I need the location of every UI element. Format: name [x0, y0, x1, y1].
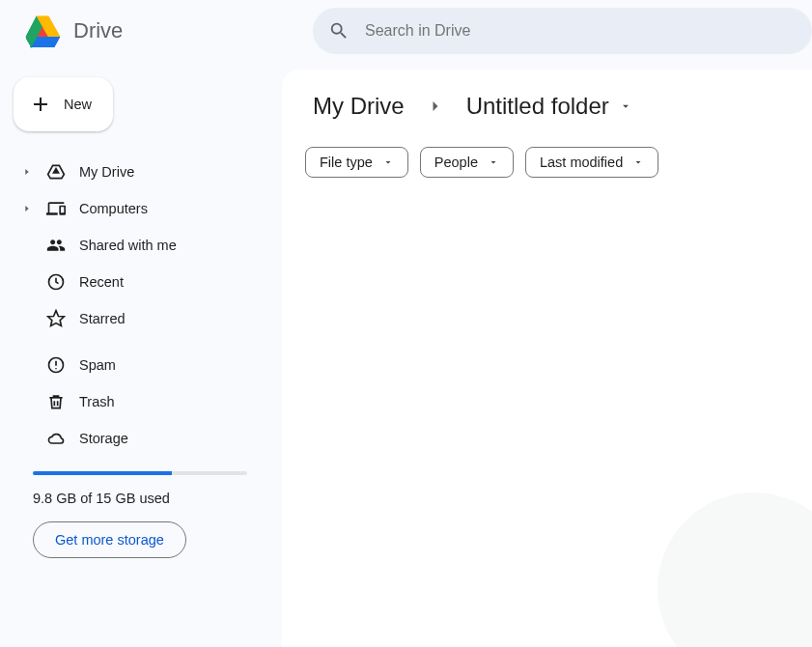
trash-icon: [44, 392, 68, 411]
sidebar-item-label: Storage: [79, 431, 128, 446]
dropdown-icon: [488, 156, 499, 168]
sidebar-item-storage[interactable]: Storage: [14, 421, 266, 456]
filter-label: File type: [320, 155, 373, 170]
star-icon: [44, 309, 68, 328]
filter-file-type[interactable]: File type: [305, 147, 408, 178]
sidebar-item-spam[interactable]: Spam: [14, 348, 266, 382]
filter-last-modified[interactable]: Last modified: [525, 147, 658, 178]
sidebar-item-recent[interactable]: Recent: [14, 265, 266, 299]
filter-chips: File type People Last modified: [305, 147, 789, 178]
svg-marker-15: [54, 169, 59, 173]
search-icon: [328, 20, 350, 42]
new-button[interactable]: New: [14, 77, 113, 131]
breadcrumb-current[interactable]: Untitled folder: [459, 89, 640, 124]
storage-fill: [33, 471, 172, 475]
my-drive-icon: [44, 162, 68, 182]
caret-right-icon: [21, 167, 33, 177]
sidebar-item-label: Computers: [79, 201, 148, 216]
sidebar-item-shared[interactable]: Shared with me: [14, 228, 266, 263]
sidebar-item-label: My Drive: [79, 164, 134, 180]
new-button-label: New: [64, 97, 92, 112]
sidebar-item-my-drive[interactable]: My Drive: [14, 155, 266, 189]
get-more-storage-button[interactable]: Get more storage: [33, 521, 186, 558]
cloud-icon: [44, 429, 68, 448]
drive-logo-icon: [23, 14, 62, 48]
breadcrumb-root-label: My Drive: [313, 93, 405, 120]
sidebar-item-label: Spam: [79, 357, 116, 373]
search-input[interactable]: [365, 22, 797, 40]
sidebar-item-label: Recent: [79, 274, 124, 290]
breadcrumb-root[interactable]: My Drive: [305, 89, 412, 124]
svg-point-20: [55, 368, 57, 370]
people-icon: [44, 236, 68, 255]
topbar: Drive: [0, 0, 812, 62]
sidebar-item-computers[interactable]: Computers: [14, 191, 266, 226]
sidebar-item-label: Starred: [79, 311, 126, 326]
storage-usage-text: 9.8 GB of 15 GB used: [33, 491, 247, 506]
filter-people[interactable]: People: [420, 147, 514, 178]
svg-marker-17: [48, 311, 65, 326]
plus-icon: [29, 93, 52, 116]
sidebar-item-trash[interactable]: Trash: [14, 384, 266, 419]
clock-icon: [44, 272, 68, 292]
main-content: My Drive Untitled folder File type: [282, 70, 812, 647]
dropdown-icon: [382, 156, 394, 168]
storage-section: 9.8 GB of 15 GB used Get more storage: [14, 471, 266, 558]
devices-icon: [44, 199, 68, 218]
storage-bar: [33, 471, 247, 475]
sidebar-item-label: Trash: [79, 394, 115, 409]
chevron-right-icon: [426, 97, 445, 116]
product-name: Drive: [73, 18, 123, 43]
filter-label: People: [434, 155, 478, 170]
search-bar[interactable]: [313, 8, 812, 54]
sidebar-nav: My Drive Computers Shared: [14, 155, 266, 456]
breadcrumb: My Drive Untitled folder: [305, 89, 789, 124]
dropdown-icon: [619, 99, 632, 113]
dropdown-icon: [632, 156, 644, 168]
sidebar-item-label: Shared with me: [79, 238, 177, 253]
caret-right-icon: [21, 204, 33, 213]
logo-section[interactable]: Drive: [23, 14, 305, 48]
spam-icon: [44, 355, 68, 375]
breadcrumb-current-label: Untitled folder: [466, 93, 609, 120]
filter-label: Last modified: [540, 155, 623, 170]
sidebar-item-starred[interactable]: Starred: [14, 301, 266, 336]
sidebar: New My Drive: [0, 62, 282, 647]
